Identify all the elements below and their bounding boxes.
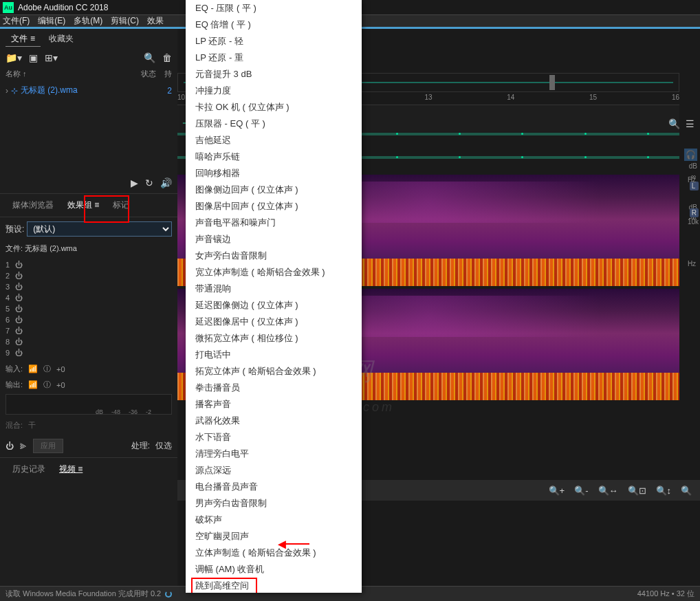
preset-item[interactable]: 打电话中 xyxy=(186,347,362,363)
expand-icon[interactable]: › xyxy=(6,86,8,96)
open-folder-icon[interactable]: 📁▾ xyxy=(6,52,22,63)
preset-item[interactable]: 冲撞力度 xyxy=(186,83,362,99)
preset-item[interactable]: 女声旁白齿音限制 xyxy=(186,248,362,264)
search-icon[interactable]: 🔍 xyxy=(144,52,155,63)
col-status[interactable]: 状态 xyxy=(141,69,156,79)
menu-file[interactable]: 文件(F) xyxy=(3,15,30,27)
preset-item[interactable]: 吉他延迟 xyxy=(186,132,362,149)
col-len[interactable]: 持 xyxy=(164,69,172,79)
preset-item[interactable]: EQ - 压限 ( 平 ) xyxy=(186,0,362,17)
annotation-arrow-line xyxy=(282,543,309,545)
preset-item[interactable]: 宽立体声制造 ( 哈斯铝合金效果 ) xyxy=(186,264,362,281)
power-all-icon[interactable]: ⏻ xyxy=(6,441,14,451)
fx-slot[interactable]: 9⏻ xyxy=(6,347,172,358)
zoom-out-icon[interactable]: 🔍- xyxy=(573,484,589,497)
fx-slot[interactable]: 5⏻ xyxy=(6,303,172,314)
tab-history[interactable]: 历史记录 xyxy=(6,461,52,478)
zoom-out-v-icon[interactable]: 🔍 xyxy=(679,484,693,497)
power-icon[interactable]: ⏻ xyxy=(15,261,23,269)
preset-item[interactable]: 破坏声 xyxy=(186,512,362,528)
preset-item[interactable]: 声音电平器和噪声门 xyxy=(186,215,362,231)
power-icon[interactable]: ⏻ xyxy=(15,338,23,346)
menu-clip[interactable]: 剪辑(C) xyxy=(111,15,139,27)
tab-media-browser[interactable]: 媒体浏览器 xyxy=(6,197,61,214)
preset-item[interactable]: EQ 倍增 ( 平 ) xyxy=(186,17,362,33)
preset-item[interactable]: 声音镶边 xyxy=(186,231,362,248)
fx-slot[interactable]: 8⏻ xyxy=(6,336,172,347)
preset-item[interactable]: 回响移相器 xyxy=(186,165,362,182)
preset-item[interactable]: 压限器 - EQ ( 平 ) xyxy=(186,116,362,132)
preset-item[interactable]: LP 还原 - 重 xyxy=(186,50,362,66)
loop-icon[interactable]: ↻ xyxy=(145,177,153,188)
preset-item[interactable]: 嘻哈声乐链 xyxy=(186,149,362,165)
preset-item[interactable]: 立体声制造 ( 哈斯铝合金效果 ) xyxy=(186,545,362,561)
output-gain[interactable]: +0 xyxy=(56,381,65,389)
zoom-in-v-icon[interactable]: 🔍↕ xyxy=(655,484,673,497)
power-icon[interactable]: ⏻ xyxy=(15,316,23,324)
preset-item[interactable]: 空旷幽灵回声 xyxy=(186,528,362,545)
menu-multitrack[interactable]: 多轨(M) xyxy=(74,15,102,27)
preset-item[interactable]: 电台播音员声音 xyxy=(186,479,362,495)
power-icon[interactable]: ⏻ xyxy=(15,294,23,302)
preset-item[interactable]: 水下语音 xyxy=(186,429,362,446)
power-icon[interactable]: ⏻ xyxy=(15,327,23,335)
zoom-spectrum-icon[interactable]: 🔍 xyxy=(668,118,680,129)
preset-item[interactable]: 带通混响 xyxy=(186,281,362,297)
zoom-sel-icon[interactable]: 🔍⊡ xyxy=(626,484,648,497)
preset-item[interactable]: 卡拉 OK 机 ( 仅立体声 ) xyxy=(186,99,362,116)
waveform-icon: ⊹ xyxy=(11,86,18,96)
tab-favorites[interactable]: 收藏夹 xyxy=(43,32,79,47)
preset-item[interactable]: LP 还原 - 轻 xyxy=(186,33,362,50)
preset-item[interactable]: 调幅 (AM) 收音机 xyxy=(186,561,362,578)
fx-slot[interactable]: 3⏻ xyxy=(6,281,172,292)
preset-item[interactable]: 拳击播音员 xyxy=(186,380,362,396)
power-icon[interactable]: ⏻ xyxy=(15,349,23,357)
fx-slot[interactable]: 6⏻ xyxy=(6,314,172,325)
multitrack-icon[interactable]: ⊞▾ xyxy=(45,52,58,63)
preset-item[interactable]: 武器化效果 xyxy=(186,413,362,429)
level-meter: dB-48-36-2 xyxy=(6,394,172,415)
menu-effects[interactable]: 效果 xyxy=(147,15,164,27)
fx-slot[interactable]: 2⏻ xyxy=(6,270,172,281)
autoplay-icon[interactable]: 🔊 xyxy=(160,177,172,188)
tab-video[interactable]: 视频 ≡ xyxy=(52,461,89,478)
preset-item[interactable]: 拓宽立体声 ( 哈斯铝合金效果 ) xyxy=(186,363,362,380)
preset-item[interactable]: 清理旁白电平 xyxy=(186,446,362,462)
headphone-icon[interactable]: 🎧 xyxy=(684,149,697,161)
input-gain[interactable]: +0 xyxy=(56,365,65,373)
col-name[interactable]: 名称 ↑ xyxy=(6,69,141,79)
preset-item[interactable]: 跳到高维空间 xyxy=(186,578,362,593)
tab-markers[interactable]: 标记 xyxy=(106,197,136,214)
preset-item[interactable]: 微拓宽立体声 ( 相位移位 ) xyxy=(186,330,362,347)
preset-item[interactable]: 源点深远 xyxy=(186,462,362,479)
zoom-full-icon[interactable]: 🔍↔ xyxy=(597,484,620,497)
navigator-handle[interactable] xyxy=(549,75,555,90)
trash-icon[interactable]: 🗑 xyxy=(162,52,172,63)
power-icon[interactable]: ⏻ xyxy=(15,283,23,291)
power-icon[interactable]: ⏻ xyxy=(15,272,23,280)
fx-slot[interactable]: 4⏻ xyxy=(6,292,172,303)
menu-edit[interactable]: 编辑(E) xyxy=(38,15,65,27)
list-icon[interactable]: ☰ xyxy=(686,118,694,129)
power-icon[interactable]: ⏻ xyxy=(15,305,23,313)
preset-item[interactable]: 元音提升 3 dB xyxy=(186,66,362,83)
preset-item[interactable]: 男声旁白齿音限制 xyxy=(186,495,362,512)
preset-item[interactable]: 延迟图像居中 ( 仅立体声 ) xyxy=(186,314,362,330)
freq-scale: Hz10kHz xyxy=(688,176,699,267)
play-icon[interactable]: ▶ xyxy=(131,177,138,188)
tab-effects-rack[interactable]: 效果组 ≡ xyxy=(61,197,106,214)
preset-dropdown: EQ - 压限 ( 平 )EQ 倍增 ( 平 )LP 还原 - 轻LP 还原 -… xyxy=(186,0,362,593)
fx-slot[interactable]: 1⏻ xyxy=(6,259,172,270)
preset-item[interactable]: 播客声音 xyxy=(186,396,362,413)
apply-button[interactable]: 应用 xyxy=(33,439,63,453)
tab-files[interactable]: 文件≡ xyxy=(6,32,41,47)
fx-slot[interactable]: 7⏻ xyxy=(6,325,172,336)
preset-item[interactable]: 延迟图像侧边 ( 仅立体声 ) xyxy=(186,297,362,314)
preset-item[interactable]: 图像侧边回声 ( 仅立体声 ) xyxy=(186,182,362,198)
fx-slots: 1⏻ 2⏻ 3⏻ 4⏻ 5⏻ 6⏻ 7⏻ 8⏻ 9⏻ xyxy=(0,256,177,361)
zoom-in-icon[interactable]: 🔍+ xyxy=(547,484,567,497)
file-row[interactable]: › ⊹ 无标题 (2).wma 2 xyxy=(0,82,177,99)
preset-item[interactable]: 图像居中回声 ( 仅立体声 ) xyxy=(186,198,362,215)
record-icon[interactable]: ▣ xyxy=(29,52,38,63)
preset-select[interactable]: (默认) xyxy=(27,221,172,237)
